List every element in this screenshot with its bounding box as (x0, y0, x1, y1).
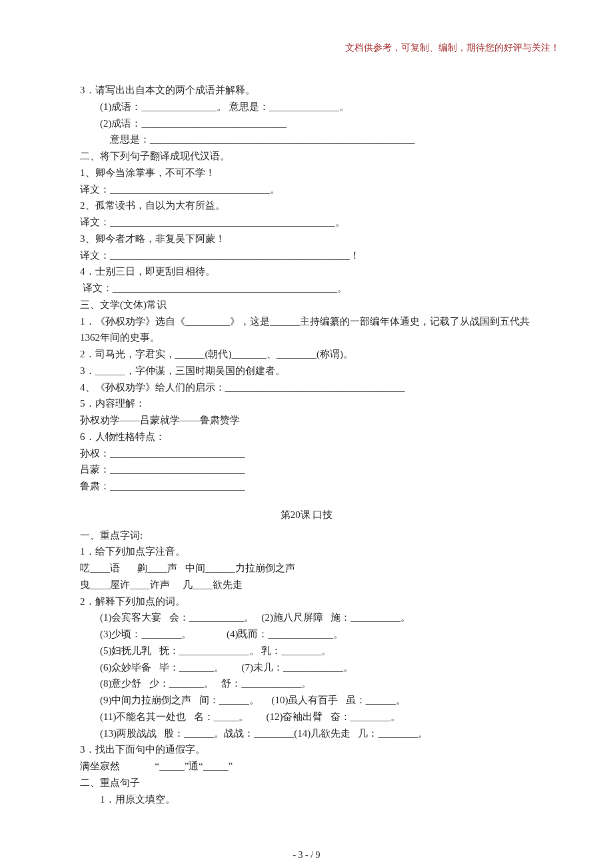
sec1-line-13: 三、文学(文体)常识 (80, 297, 533, 313)
sec1-line-21: 孙权：___________________________ (80, 445, 533, 462)
sec1-line-12: 译文：_____________________________________… (80, 280, 533, 297)
sec2-line-1: 1．给下列加点字注音。 (80, 543, 533, 560)
sec1-line-8: 译文：_____________________________________… (80, 214, 533, 231)
sec1-line-2: (2)成语：_____________________________ (80, 115, 533, 132)
sec2-line-12: (13)两股战战 股：______。战战：________(14)几欲先走 几：… (80, 725, 533, 742)
sec1-line-20: 6．人物性格特点： (80, 429, 533, 445)
sec1-line-10: 译文：_____________________________________… (80, 247, 533, 264)
sec1-line-4: 二、将下列句子翻译成现代汉语。 (80, 148, 533, 165)
sec1-line-17: 4、《孙权劝学》给人们的启示：_________________________… (80, 379, 533, 396)
sec2-line-10: (9)中间力拉崩倒之声 间：______。 (10)虽人有百手 虽：______… (80, 692, 533, 709)
sec1-line-3: 意思是：____________________________________… (80, 131, 533, 148)
sec1-line-23: 鲁肃：___________________________ (80, 478, 533, 495)
sec2-line-7: (5)妇抚儿乳 抚：______________。 乳：________。 (80, 643, 533, 659)
sec2-line-4: 2．解释下列加点的词。 (80, 593, 533, 610)
sec1-line-19: 孙权劝学——吕蒙就学——鲁肃赞学 (80, 412, 533, 429)
sec2-line-14: 满坐寂然 “_____”通“_____” (80, 758, 533, 775)
content-block-1: 3．请写出出自本文的两个成语并解释。(1)成语：_______________。… (80, 82, 533, 495)
sec2-line-2: 呓____语 齁____声 中间______力拉崩倒之声 (80, 560, 533, 577)
sec1-line-0: 3．请写出出自本文的两个成语并解释。 (80, 82, 533, 99)
sec1-line-15: 2．司马光，字君实，______(朝代)_______、________(称谓)… (80, 346, 533, 363)
sec2-line-3: 曳____屋许____许声 几____欲先走 (80, 577, 533, 593)
sec2-line-5: (1)会宾客大宴 会：___________。 (2)施八尺屏障 施：_____… (80, 609, 533, 626)
sec1-line-1: (1)成语：_______________。 意思是：_____________… (80, 99, 533, 115)
page-footer: - 3 - / 9 (80, 847, 533, 863)
sec2-line-15: 二、重点句子 (80, 775, 533, 791)
section-title-lesson20: 第20课 口技 (80, 507, 533, 523)
sec1-line-16: 3．______，字仲谋，三国时期吴国的创建者。 (80, 363, 533, 379)
sec2-line-16: 1．用原文填空。 (80, 791, 533, 808)
sec2-line-9: (8)意少舒 少：_______。 舒：____________。 (80, 675, 533, 692)
sec1-line-18: 5．内容理解： (80, 395, 533, 412)
header-note: 文档供参考，可复制、编制，期待您的好评与关注！ (80, 40, 560, 55)
sec2-line-13: 3．找出下面句中的通假字。 (80, 741, 533, 758)
sec2-line-6: (3)少顷：________。 (4)既而：_____________。 (80, 626, 533, 643)
sec2-line-0: 一、重点字词: (80, 527, 533, 544)
content-block-2: 一、重点字词:1．给下列加点字注音。呓____语 齁____声 中间______… (80, 527, 533, 808)
sec2-line-8: (6)众妙毕备 毕：_______。 (7)未几：____________。 (80, 659, 533, 676)
sec1-line-11: 4．士别三日，即更刮目相待。 (80, 263, 533, 280)
sec1-line-5: 1、卿今当涂掌事，不可不学！ (80, 165, 533, 181)
sec1-line-7: 2、孤常读书，自以为大有所益。 (80, 197, 533, 214)
sec1-line-22: 吕蒙：___________________________ (80, 461, 533, 478)
sec1-line-6: 译文：________________________________。 (80, 181, 533, 198)
sec1-line-9: 3、卿今者才略，非复吴下阿蒙！ (80, 231, 533, 247)
sec1-line-14: 1．《孙权劝学》选自《_________》，这是______主持编纂的一部编年体… (80, 313, 533, 347)
sec2-line-11: (11)不能名其一处也 名：_____。 (12)奋袖出臂 奋：________… (80, 709, 533, 725)
